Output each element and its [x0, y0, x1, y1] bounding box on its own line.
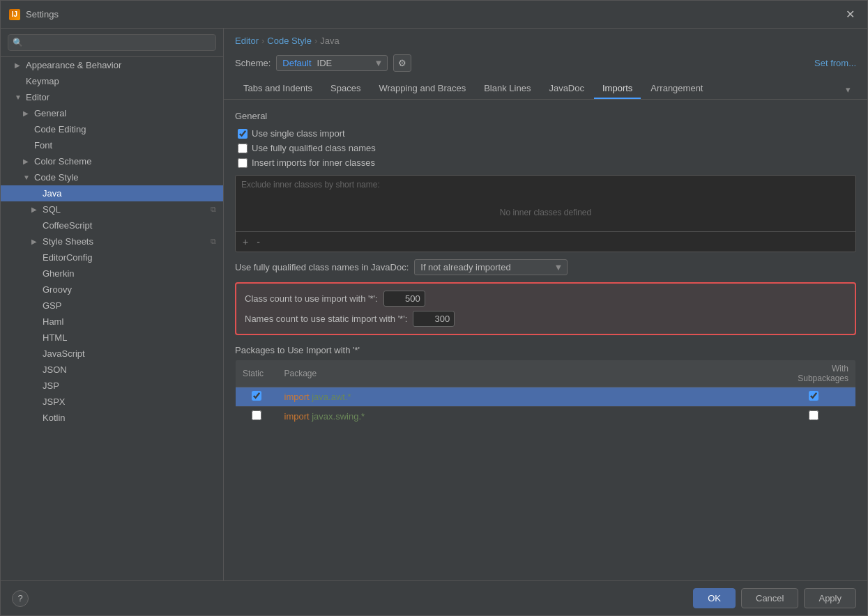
sidebar-label: JavaScript — [43, 348, 85, 359]
sidebar-item-general[interactable]: ▶ General — [1, 105, 223, 121]
sidebar-item-jsp[interactable]: JSP — [1, 378, 223, 394]
sidebar-item-appearance[interactable]: ▶ Appearance & Behavior — [1, 57, 223, 73]
sidebar-item-kotlin[interactable]: Kotlin — [1, 410, 223, 426]
set-from-button[interactable]: Set from... — [814, 58, 856, 68]
remove-inner-class-button[interactable]: - — [254, 235, 263, 249]
sidebar-label: JSPX — [43, 396, 66, 407]
sidebar-item-javascript[interactable]: JavaScript — [1, 346, 223, 362]
sidebar-item-jspx[interactable]: JSPX — [1, 394, 223, 410]
cancel-button[interactable]: Cancel — [741, 588, 798, 608]
names-count-input[interactable] — [413, 311, 455, 327]
scheme-bar: Scheme: Default IDE ▼ ⚙ Set from... — [224, 50, 867, 79]
static-checkbox-1[interactable] — [252, 391, 261, 401]
sidebar-label: EditorConfig — [43, 252, 93, 263]
add-inner-class-button[interactable]: + — [240, 235, 251, 249]
package-cell-2: import javax.swing.* — [277, 407, 772, 426]
static-checkbox-cell — [236, 407, 277, 426]
javadoc-row: Use fully qualified class names in JavaD… — [235, 259, 856, 275]
table-row[interactable]: import java.awt.* — [236, 387, 856, 407]
sidebar-item-json[interactable]: JSON — [1, 362, 223, 378]
tabs-bar: Tabs and Indents Spaces Wrapping and Bra… — [224, 79, 867, 100]
search-input[interactable] — [8, 34, 216, 51]
close-button[interactable]: ✕ — [842, 6, 859, 22]
scheme-dropdown[interactable]: Default IDE ▼ — [276, 55, 388, 71]
checkbox-inner-imports: Insert imports for inner classes — [235, 157, 856, 168]
checkbox-single-import: Use single class import — [235, 128, 856, 139]
scheme-suffix: IDE — [317, 58, 333, 68]
sidebar-item-code-editing[interactable]: Code Editing — [1, 121, 223, 137]
static-checkbox-2[interactable] — [252, 410, 261, 420]
sidebar-label: HTML — [43, 332, 67, 343]
app-icon: IJ — [9, 9, 20, 20]
expand-icon: ▶ — [23, 157, 31, 165]
tab-wrapping[interactable]: Wrapping and Braces — [370, 79, 474, 99]
packages-section: Packages to Use Import with '*' Static P… — [235, 345, 856, 426]
bottom-bar: ? OK Cancel Apply — [1, 580, 867, 615]
ok-button[interactable]: OK — [693, 588, 736, 608]
javadoc-dropdown-arrow: ▼ — [554, 262, 563, 272]
sidebar-item-editor[interactable]: ▼ Editor — [1, 89, 223, 105]
sidebar-item-editorconfig[interactable]: EditorConfig — [1, 249, 223, 265]
package-name: java.awt.* — [312, 392, 351, 402]
inner-imports-checkbox[interactable] — [238, 158, 248, 168]
tab-blank-lines[interactable]: Blank Lines — [475, 79, 539, 99]
breadcrumb: Editor › Code Style › Java — [224, 29, 867, 50]
javadoc-dropdown[interactable]: If not already imported ▼ — [414, 259, 568, 275]
help-button[interactable]: ? — [12, 590, 29, 607]
expand-icon: ▶ — [15, 61, 23, 69]
sidebar-item-font[interactable]: Font — [1, 137, 223, 153]
javadoc-value: If not already imported — [420, 262, 510, 272]
expand-icon: ▶ — [31, 238, 40, 245]
tab-javadoc[interactable]: JavaDoc — [540, 79, 593, 99]
class-count-input[interactable] — [383, 291, 425, 307]
sidebar-item-sql[interactable]: ▶ SQL ⧉ — [1, 201, 223, 217]
sidebar-item-gherkin[interactable]: Gherkin — [1, 265, 223, 282]
sidebar-item-coffeescript[interactable]: CoffeeScript — [1, 217, 223, 233]
sidebar-item-groovy[interactable]: Groovy — [1, 282, 223, 298]
qualified-names-label[interactable]: Use fully qualified class names — [252, 143, 376, 153]
single-import-label[interactable]: Use single class import — [252, 128, 345, 139]
packages-title: Packages to Use Import with '*' — [235, 345, 856, 355]
inner-imports-label[interactable]: Insert imports for inner classes — [252, 157, 375, 168]
sidebar-item-haml[interactable]: Haml — [1, 314, 223, 330]
sidebar-item-html[interactable]: HTML — [1, 330, 223, 346]
single-import-checkbox[interactable] — [238, 129, 248, 139]
sidebar-label: Code Editing — [34, 124, 86, 134]
sidebar-item-color-scheme[interactable]: ▶ Color Scheme — [1, 153, 223, 169]
tab-imports[interactable]: Imports — [594, 79, 641, 99]
import-keyword: import — [284, 392, 312, 402]
table-row[interactable]: import javax.swing.* — [236, 407, 856, 426]
sidebar-item-keymap[interactable]: Keymap — [1, 73, 223, 89]
breadcrumb-editor[interactable]: Editor — [235, 36, 259, 46]
sidebar-item-style-sheets[interactable]: ▶ Style Sheets ⧉ — [1, 233, 223, 249]
scheme-value: Default — [282, 58, 311, 68]
copy-icon: ⧉ — [211, 237, 216, 246]
sidebar-item-gsp[interactable]: GSP — [1, 298, 223, 314]
sidebar-label: Style Sheets — [43, 236, 93, 247]
expand-icon: ▼ — [23, 174, 31, 181]
subpackages-checkbox-1[interactable] — [809, 391, 818, 401]
sidebar: 🔍 ▶ Appearance & Behavior Keymap ▼ Edito… — [1, 29, 224, 580]
sidebar-label: Font — [34, 140, 52, 151]
apply-button[interactable]: Apply — [804, 588, 856, 608]
col-subpackages: With Subpackages — [772, 360, 856, 387]
checkbox-qualified-names: Use fully qualified class names — [235, 143, 856, 153]
tab-spaces[interactable]: Spaces — [322, 79, 369, 99]
breadcrumb-code-style[interactable]: Code Style — [267, 36, 312, 46]
breadcrumb-sep2: › — [314, 36, 317, 46]
tab-tabs-indents[interactable]: Tabs and Indents — [235, 79, 321, 99]
qualified-names-checkbox[interactable] — [238, 144, 248, 153]
general-section-title: General — [235, 111, 856, 121]
sidebar-label: Keymap — [26, 76, 59, 86]
tab-more[interactable]: ▾ — [840, 80, 856, 99]
packages-table-header: Static Package With Subpackages — [236, 360, 856, 387]
breadcrumb-java: Java — [320, 36, 339, 46]
sidebar-item-java[interactable]: Java — [1, 185, 223, 201]
subpackages-cell-2 — [772, 407, 856, 426]
expand-icon: ▶ — [31, 206, 40, 213]
scheme-gear-button[interactable]: ⚙ — [393, 54, 411, 72]
subpackages-checkbox-2[interactable] — [809, 410, 818, 420]
tab-arrangement[interactable]: Arrangement — [642, 79, 711, 99]
sidebar-item-code-style[interactable]: ▼ Code Style — [1, 169, 223, 185]
settings-dialog: IJ Settings ✕ 🔍 ▶ Appearance & Behavior … — [0, 0, 868, 616]
